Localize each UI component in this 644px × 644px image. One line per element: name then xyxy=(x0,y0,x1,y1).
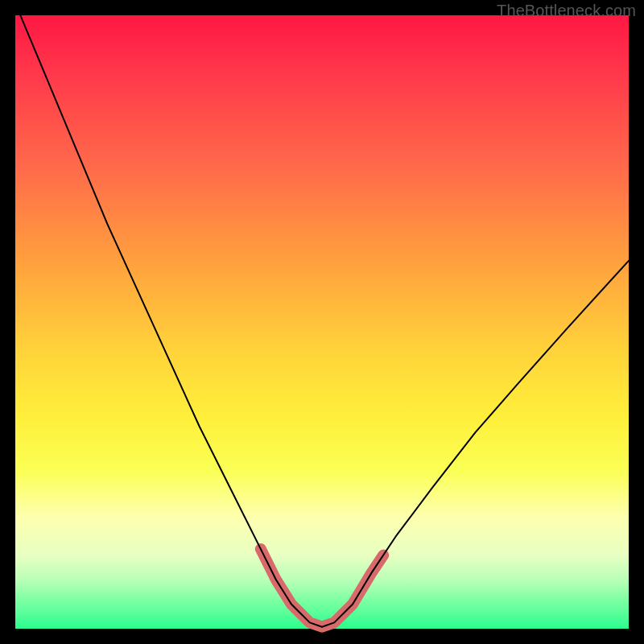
optimal-range-highlight xyxy=(261,549,383,627)
bottleneck-plot xyxy=(15,15,629,629)
bottleneck-curve xyxy=(15,3,629,627)
watermark-text: TheBottleneck.com xyxy=(497,2,636,20)
chart-area xyxy=(15,15,629,629)
